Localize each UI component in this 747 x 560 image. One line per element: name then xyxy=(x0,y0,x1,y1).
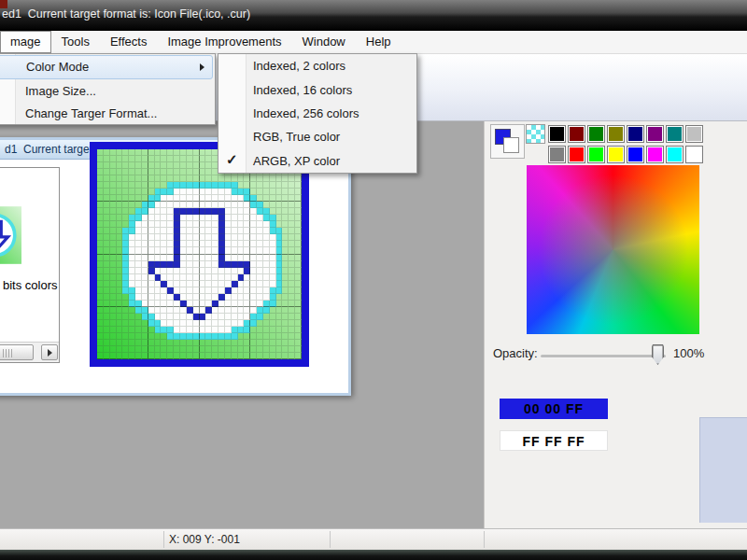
pixel-cell[interactable] xyxy=(174,346,180,353)
pixel-cell[interactable] xyxy=(212,247,218,254)
pixel-cell[interactable] xyxy=(97,228,104,234)
pixel-cell[interactable] xyxy=(218,215,225,221)
pixel-cell[interactable] xyxy=(148,202,155,208)
pixel-cell[interactable] xyxy=(180,261,187,268)
pixel-cell[interactable] xyxy=(129,261,135,268)
pixel-cell[interactable] xyxy=(129,314,135,320)
pixel-cell[interactable] xyxy=(122,353,129,359)
pixel-cell[interactable] xyxy=(263,261,270,268)
pixel-cell[interactable] xyxy=(289,307,295,314)
pixel-cell[interactable] xyxy=(212,333,218,340)
pixel-cell[interactable] xyxy=(167,307,174,314)
pixel-cell[interactable] xyxy=(205,234,212,241)
pixel-cell[interactable] xyxy=(110,228,117,234)
pixel-cell[interactable] xyxy=(167,320,174,327)
pixel-cell[interactable] xyxy=(282,182,289,189)
pixel-cell[interactable] xyxy=(117,228,123,234)
pixel-cell[interactable] xyxy=(238,247,245,254)
pixel-cell[interactable] xyxy=(161,228,167,234)
pixel-cell[interactable] xyxy=(122,228,129,234)
pixel-cell[interactable] xyxy=(270,182,276,189)
pixel-cell[interactable] xyxy=(250,327,257,333)
pixel-cell[interactable] xyxy=(225,261,232,268)
pixel-cell[interactable] xyxy=(129,169,135,175)
pixel-cell[interactable] xyxy=(180,202,187,208)
pixel-cell[interactable] xyxy=(104,255,110,261)
pixel-cell[interactable] xyxy=(110,340,117,346)
pixel-cell[interactable] xyxy=(276,195,283,202)
pixel-cell[interactable] xyxy=(212,294,218,301)
pixel-cell[interactable] xyxy=(174,340,180,346)
pixel-cell[interactable] xyxy=(212,274,218,281)
pixel-cell[interactable] xyxy=(225,320,232,327)
pixel-cell[interactable] xyxy=(276,287,283,294)
pixel-cell[interactable] xyxy=(250,189,257,195)
pixel-cell[interactable] xyxy=(276,247,283,254)
pixel-cell[interactable] xyxy=(129,182,135,189)
pixel-cell[interactable] xyxy=(155,221,162,228)
pixel-cell[interactable] xyxy=(110,274,117,281)
pixel-cell[interactable] xyxy=(129,287,135,294)
pixel-cell[interactable] xyxy=(122,255,129,261)
pixel-cell[interactable] xyxy=(155,208,162,215)
pixel-cell[interactable] xyxy=(142,241,148,247)
pixel-cell[interactable] xyxy=(110,182,117,189)
pixel-cell[interactable] xyxy=(295,307,302,314)
pixel-cell[interactable] xyxy=(148,320,155,327)
pixel-cell[interactable] xyxy=(122,346,129,353)
pixel-cell[interactable] xyxy=(289,202,295,208)
pixel-cell[interactable] xyxy=(295,182,302,189)
pixel-cell[interactable] xyxy=(218,208,225,215)
pixel-cell[interactable] xyxy=(200,195,206,202)
pixel-cell[interactable] xyxy=(135,294,142,301)
pixel-cell[interactable] xyxy=(180,333,187,340)
pixel-cell[interactable] xyxy=(110,333,117,340)
pixel-cell[interactable] xyxy=(104,353,110,359)
pixel-cell[interactable] xyxy=(122,162,129,169)
pixel-cell[interactable] xyxy=(205,255,212,261)
pixel-cell[interactable] xyxy=(263,307,270,314)
pixel-cell[interactable] xyxy=(270,340,276,346)
pixel-cell[interactable] xyxy=(276,274,283,281)
pixel-cell[interactable] xyxy=(263,346,270,353)
pixel-cell[interactable] xyxy=(97,307,104,314)
background-value-box[interactable]: FF FF FF xyxy=(500,430,608,451)
pixel-cell[interactable] xyxy=(263,241,270,247)
pixel-cell[interactable] xyxy=(257,268,263,274)
pixel-cell[interactable] xyxy=(232,255,238,261)
pixel-cell[interactable] xyxy=(295,221,302,228)
pixel-cell[interactable] xyxy=(104,333,110,340)
pixel-cell[interactable] xyxy=(289,333,295,340)
pixel-cell[interactable] xyxy=(104,340,110,346)
pixel-cell[interactable] xyxy=(104,307,110,314)
pixel-cell[interactable] xyxy=(244,353,250,359)
pixel-cell[interactable] xyxy=(161,320,167,327)
pixel-cell[interactable] xyxy=(97,202,104,208)
pixel-cell[interactable] xyxy=(263,228,270,234)
pixel-cell[interactable] xyxy=(174,175,180,182)
pixel-cell[interactable] xyxy=(161,162,167,169)
pixel-cell[interactable] xyxy=(289,274,295,281)
pixel-cell[interactable] xyxy=(200,301,206,307)
pixel-cell[interactable] xyxy=(155,320,162,327)
pixel-cell[interactable] xyxy=(244,208,250,215)
pixel-cell[interactable] xyxy=(110,314,117,320)
pixel-cell[interactable] xyxy=(117,202,123,208)
pixel-cell[interactable] xyxy=(295,195,302,202)
pixel-cell[interactable] xyxy=(289,346,295,353)
pixel-cell[interactable] xyxy=(117,234,123,241)
pixel-cell[interactable] xyxy=(232,234,238,241)
pixel-cell[interactable] xyxy=(142,162,148,169)
pixel-cell[interactable] xyxy=(155,261,162,268)
pixel-cell[interactable] xyxy=(244,327,250,333)
pixel-cell[interactable] xyxy=(276,221,283,228)
pixel-cell[interactable] xyxy=(161,175,167,182)
pixel-cell[interactable] xyxy=(270,268,276,274)
pixel-cell[interactable] xyxy=(110,261,117,268)
pixel-cell[interactable] xyxy=(110,294,117,301)
pixel-cell[interactable] xyxy=(142,261,148,268)
pixel-cell[interactable] xyxy=(129,255,135,261)
pixel-cell[interactable] xyxy=(187,195,193,202)
pixel-cell[interactable] xyxy=(117,314,123,320)
pixel-cell[interactable] xyxy=(225,346,232,353)
